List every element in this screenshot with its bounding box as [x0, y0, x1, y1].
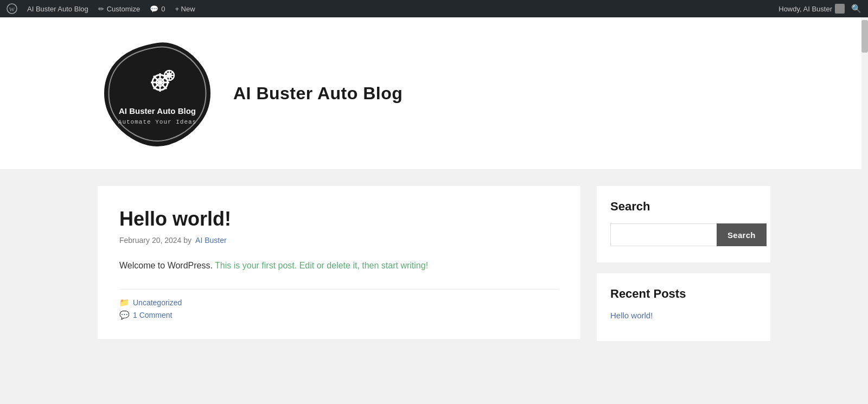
comments-link[interactable]: 💬 0: [150, 5, 165, 13]
post-footer: 📁 Uncategorized 💬 1 Comment: [119, 289, 559, 320]
post-content: Welcome to WordPress. This is your first…: [119, 258, 559, 273]
search-widget-title: Search: [610, 200, 757, 214]
comments-count: 0: [161, 5, 165, 13]
recent-post-title: Hello world!: [610, 311, 653, 320]
site-name-label: AI Buster Auto Blog: [27, 5, 88, 13]
comment-icon: 💬: [150, 5, 158, 13]
post-author-name: AI Buster: [195, 236, 227, 245]
scrollbar[interactable]: [861, 17, 868, 387]
pencil-icon: ✏: [98, 5, 104, 13]
folder-icon: 📁: [119, 298, 130, 307]
user-avatar-icon: [835, 4, 845, 14]
admin-bar: W AI Buster Auto Blog ✏ Customize 💬 0 + …: [0, 0, 868, 17]
post-category-link[interactable]: Uncategorized: [133, 298, 182, 307]
recent-post-item: Hello world!: [610, 311, 757, 320]
search-icon: 🔍: [851, 4, 861, 14]
post-comments: 1 Comment: [133, 311, 172, 319]
recent-posts-title: Recent Posts: [610, 287, 757, 301]
svg-text:W: W: [9, 6, 15, 12]
howdy-text: Howdy, AI Buster: [778, 5, 832, 13]
search-widget: Search Search: [597, 186, 770, 262]
post-card: Hello world! February 20, 2024 by AI Bus…: [98, 186, 580, 339]
admin-bar-right: Howdy, AI Buster 🔍: [778, 4, 861, 14]
recent-post-link[interactable]: Hello world!: [610, 311, 653, 320]
post-comments-row: 💬 1 Comment: [119, 310, 559, 320]
post-author-link[interactable]: AI Buster: [195, 236, 227, 245]
new-label: + New: [175, 5, 195, 13]
customize-label: Customize: [107, 5, 140, 13]
howdy-label-container[interactable]: Howdy, AI Buster: [778, 4, 845, 14]
site-name-link[interactable]: AI Buster Auto Blog: [27, 5, 88, 13]
site-header: AI Buster Auto Blog Automate Your Ideas …: [0, 17, 868, 170]
search-button[interactable]: Search: [717, 223, 767, 246]
sidebar: Search Search Recent Posts Hello world!: [597, 186, 770, 370]
wp-logo-link[interactable]: W: [7, 3, 17, 14]
customize-link[interactable]: ✏ Customize: [98, 5, 140, 13]
site-title: AI Buster Auto Blog: [233, 84, 403, 104]
new-link[interactable]: + New: [175, 5, 195, 13]
post-title: Hello world!: [119, 208, 559, 230]
recent-posts-widget: Recent Posts Hello world!: [597, 273, 770, 341]
post-category: Uncategorized: [133, 298, 182, 307]
search-toggle[interactable]: 🔍: [851, 4, 861, 14]
post-meta: February 20, 2024 by AI Buster: [119, 236, 559, 245]
page-wrapper: AI Buster Auto Blog Automate Your Ideas …: [0, 17, 868, 387]
comment-footer-icon: 💬: [119, 310, 130, 320]
main-column: Hello world! February 20, 2024 by AI Bus…: [98, 186, 580, 370]
logo-site-name: AI Buster Auto Blog: [119, 106, 196, 116]
post-category-row: 📁 Uncategorized: [119, 298, 559, 307]
site-logo[interactable]: AI Buster Auto Blog Automate Your Ideas: [98, 34, 217, 153]
content-area: Hello world! February 20, 2024 by AI Bus…: [0, 170, 868, 387]
search-row: Search: [610, 223, 757, 246]
wp-logo-icon: W: [7, 3, 17, 14]
logo-svg: AI Buster Auto Blog Automate Your Ideas: [98, 34, 217, 153]
logo-tagline: Automate Your Ideas: [118, 119, 196, 125]
post-content-before: Welcome to WordPress.: [119, 261, 213, 270]
post-date: February 20, 2024 by: [119, 236, 192, 245]
recent-posts-list: Hello world!: [610, 311, 757, 320]
scrollbar-thumb[interactable]: [861, 20, 868, 53]
post-comments-link[interactable]: 1 Comment: [133, 311, 172, 319]
post-content-highlight: This is your first post. Edit or delete …: [213, 261, 428, 270]
search-input[interactable]: [610, 223, 717, 246]
